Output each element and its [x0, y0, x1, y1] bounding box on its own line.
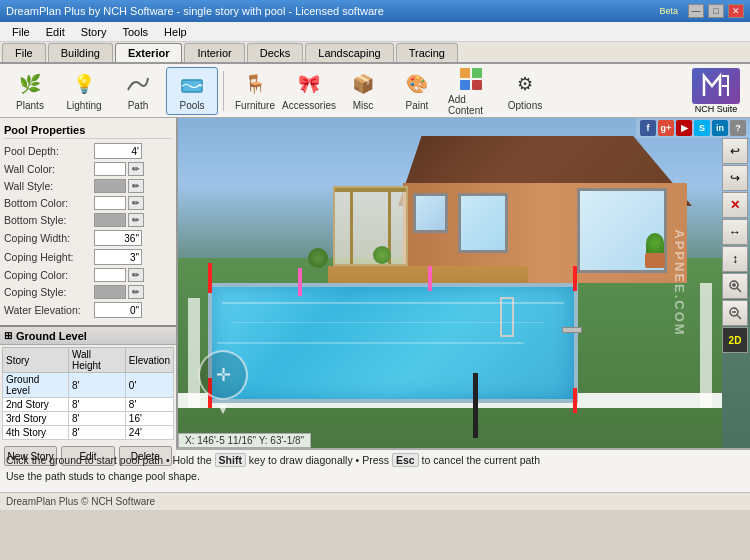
pan-vertical-button[interactable]: ↕ [722, 246, 748, 272]
tab-building[interactable]: Building [48, 43, 113, 62]
bottom-style-swatch[interactable] [94, 213, 126, 227]
pink-marker-1 [298, 268, 302, 296]
pergola [333, 186, 408, 266]
pool-properties-panel: Pool Properties Pool Depth: Wall Color: … [0, 118, 176, 325]
tool-paint[interactable]: 🎨 Paint [391, 67, 443, 115]
table-cell: 16' [125, 412, 173, 426]
water-shimmer [222, 302, 564, 304]
3d-viewport[interactable]: APPNEE.COM ✛ ▼ X: 146'-5 11/16" Y: 63'-1… [178, 118, 750, 448]
furniture-icon: 🪑 [241, 70, 269, 98]
status-line-2: Use the path studs to change pool shape. [6, 469, 744, 485]
footer-text: DreamPlan Plus © NCH Software [6, 496, 155, 507]
wall-color-swatch[interactable] [94, 162, 126, 176]
close-button[interactable]: ✕ [728, 4, 744, 18]
wall-color-edit-button[interactable]: ✏ [128, 162, 144, 176]
coping-width-input[interactable] [94, 230, 142, 246]
coping-style-swatch[interactable] [94, 285, 126, 299]
pink-marker-2 [428, 266, 432, 291]
redo-button[interactable]: ↪ [722, 165, 748, 191]
coping-color-label: Coping Color: [4, 269, 94, 281]
bottom-color-label: Bottom Color: [4, 197, 94, 209]
tool-lighting[interactable]: 💡 Lighting [58, 67, 110, 115]
menu-tools[interactable]: Tools [114, 24, 156, 40]
ground-level-icon: ⊞ [4, 330, 12, 341]
delete-selected-button[interactable]: ✕ [722, 192, 748, 218]
appnee-watermark: APPNEE.COM [672, 229, 687, 336]
water-elevation-input[interactable] [94, 302, 142, 318]
pool-depth-input[interactable] [94, 143, 142, 159]
menu-story[interactable]: Story [73, 24, 115, 40]
col-wall-height: Wall Height [68, 348, 125, 373]
wall-style-label: Wall Style: [4, 180, 94, 192]
skype-icon[interactable]: S [694, 120, 710, 136]
table-row: 3rd Story8'16' [3, 412, 174, 426]
google-plus-icon[interactable]: g+ [658, 120, 674, 136]
menu-bar: File Edit Story Tools Help [0, 22, 750, 42]
nav-down-arrow[interactable]: ▼ [198, 400, 248, 418]
coping-style-label: Coping Style: [4, 286, 94, 298]
youtube-icon[interactable]: ▶ [676, 120, 692, 136]
help-icon[interactable]: ? [730, 120, 746, 136]
coping-color-swatch[interactable] [94, 268, 126, 282]
tool-options[interactable]: ⚙ Options [499, 67, 551, 115]
app-title: DreamPlan Plus by NCH Software - single … [6, 5, 384, 17]
table-cell: 8' [68, 398, 125, 412]
tab-exterior[interactable]: Exterior [115, 43, 183, 62]
menu-help[interactable]: Help [156, 24, 195, 40]
facebook-icon[interactable]: f [640, 120, 656, 136]
tab-interior[interactable]: Interior [184, 43, 244, 62]
tool-accessories[interactable]: 🎀 Accessories [283, 67, 335, 115]
tool-misc-label: Misc [353, 100, 374, 111]
table-cell: 3rd Story [3, 412, 69, 426]
diving-board [562, 327, 582, 333]
ground-level-table: Story Wall Height Elevation Ground Level… [2, 347, 174, 440]
undo-button[interactable]: ↩ [722, 138, 748, 164]
tab-landscaping[interactable]: Landscaping [305, 43, 393, 62]
pool-marker-3 [573, 266, 577, 291]
potted-plant [642, 233, 667, 268]
minimize-button[interactable]: — [688, 4, 704, 18]
nch-suite-button[interactable]: NCH Suite [686, 68, 746, 114]
tool-pools[interactable]: Pools [166, 67, 218, 115]
tool-furniture[interactable]: 🪑 Furniture [229, 67, 281, 115]
tool-plants-label: Plants [16, 100, 44, 111]
navigation-arrows[interactable]: ✛ ▼ [198, 350, 248, 418]
svg-line-6 [737, 288, 741, 292]
tool-misc[interactable]: 📦 Misc [337, 67, 389, 115]
menu-edit[interactable]: Edit [38, 24, 73, 40]
plants-icon: 🌿 [16, 70, 44, 98]
ground-level-table-wrap: Story Wall Height Elevation Ground Level… [0, 345, 176, 442]
coping-color-edit-button[interactable]: ✏ [128, 268, 144, 282]
wall-style-swatch[interactable] [94, 179, 126, 193]
tab-bar: File Building Exterior Interior Decks La… [0, 42, 750, 64]
coping-height-input[interactable] [94, 249, 142, 265]
coping-style-edit-button[interactable]: ✏ [128, 285, 144, 299]
2d-view-button[interactable]: 2D [722, 327, 748, 353]
linkedin-icon[interactable]: in [712, 120, 728, 136]
tool-add-content[interactable]: Add Content [445, 67, 497, 115]
click-text: Click [6, 454, 29, 466]
bottom-style-edit-button[interactable]: ✏ [128, 213, 144, 227]
pan-horizontal-button[interactable]: ↔ [722, 219, 748, 245]
bottom-color-edit-button[interactable]: ✏ [128, 196, 144, 210]
right-fence [700, 283, 712, 408]
window-controls[interactable]: — □ ✕ [688, 4, 744, 18]
zoom-in-button[interactable] [722, 273, 748, 299]
tab-decks[interactable]: Decks [247, 43, 304, 62]
maximize-button[interactable]: □ [708, 4, 724, 18]
tab-file[interactable]: File [2, 43, 46, 62]
tool-path[interactable]: Path [112, 67, 164, 115]
wall-style-edit-button[interactable]: ✏ [128, 179, 144, 193]
tool-plants[interactable]: 🌿 Plants [4, 67, 56, 115]
tab-tracing[interactable]: Tracing [396, 43, 458, 62]
prop-wall-style: Wall Style: ✏ [4, 179, 172, 193]
zoom-out-button[interactable] [722, 300, 748, 326]
nav-circle[interactable]: ✛ [198, 350, 248, 400]
accessories-icon: 🎀 [295, 70, 323, 98]
beta-badge: Beta [659, 6, 678, 16]
bottom-color-swatch[interactable] [94, 196, 126, 210]
table-row[interactable]: Ground Level8'0' [3, 373, 174, 398]
table-cell: 4th Story [3, 426, 69, 440]
menu-file[interactable]: File [4, 24, 38, 40]
svg-rect-1 [460, 68, 470, 78]
